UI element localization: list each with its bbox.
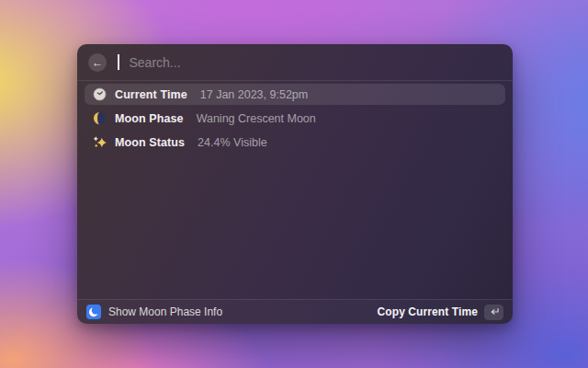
return-key-icon [489, 306, 500, 317]
result-row-current-time[interactable]: Current Time 17 Jan 2023, 9:52pm [85, 84, 505, 105]
moon-phase-icon [93, 111, 107, 125]
footer: Show Moon Phase Info Copy Current Time [77, 299, 513, 324]
result-title: Current Time [115, 88, 187, 101]
result-subtitle: Waning Crescent Moon [197, 112, 316, 125]
back-arrow-icon: ← [92, 57, 103, 68]
result-title: Moon Status [115, 136, 185, 149]
back-button[interactable]: ← [88, 53, 107, 72]
result-row-moon-phase[interactable]: Moon Phase Waning Crescent Moon [85, 108, 505, 129]
result-row-moon-status[interactable]: Moon Status 24.4% Visible [85, 132, 505, 153]
copy-current-time-button[interactable]: Copy Current Time [378, 305, 504, 320]
result-subtitle: 17 Jan 2023, 9:52pm [200, 88, 308, 101]
clock-icon [93, 87, 107, 101]
result-title: Moon Phase [115, 112, 184, 125]
empty-area [77, 230, 513, 300]
text-caret [118, 54, 119, 70]
return-key-badge [484, 305, 503, 320]
footer-command-label: Show Moon Phase Info [108, 305, 222, 318]
search-input[interactable] [130, 55, 503, 70]
footer-action-label: Copy Current Time [378, 305, 479, 318]
search-bar: ← [77, 44, 513, 81]
sparkles-icon [93, 135, 107, 149]
moon-app-icon [86, 305, 101, 319]
desktop-background: { "search": { "placeholder": "Search..."… [0, 0, 588, 368]
result-subtitle: 24.4% Visible [198, 136, 267, 149]
launcher-window: ← Current Time 17 Jan 2023, 9:52pm [77, 44, 513, 324]
results-list: Current Time 17 Jan 2023, 9:52pm Moon Ph… [77, 81, 513, 230]
